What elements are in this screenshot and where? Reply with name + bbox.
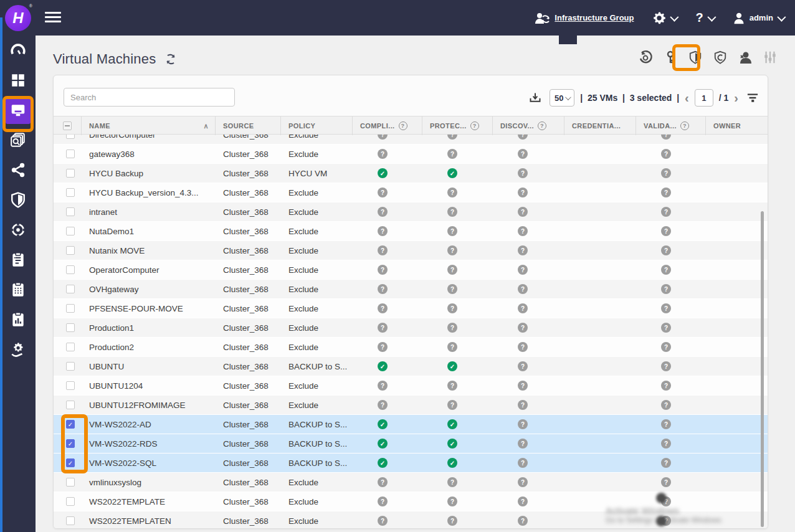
column-header-policy[interactable]: POLICY [281, 116, 353, 135]
column-header-valida[interactable]: VALIDA...? [636, 116, 706, 135]
row-checkbox[interactable] [66, 343, 75, 351]
table-row[interactable]: Production1Cluster_368Exclude???? [54, 318, 768, 338]
table-row[interactable]: gateway368Cluster_368Exclude???? [54, 145, 768, 164]
table-row[interactable]: Nutanix MOVECluster_368Exclude???? [54, 241, 768, 260]
protection-cell: ? [422, 477, 493, 487]
row-checkbox[interactable] [66, 207, 75, 216]
refresh-icon[interactable] [164, 53, 177, 65]
sidebar-item-file-shares[interactable] [0, 125, 36, 155]
row-checkbox[interactable] [66, 265, 75, 274]
status-unknown-icon: ? [378, 323, 388, 333]
compliance-shield-icon[interactable] [713, 50, 728, 65]
table-row[interactable]: HYCU Backup_version_4.3...Cluster_368Exc… [54, 183, 768, 202]
export-download-icon[interactable] [529, 92, 541, 104]
row-checkbox[interactable] [66, 285, 75, 293]
sidebar-item-events[interactable] [0, 275, 36, 305]
table-row[interactable]: OVHgatewayCluster_368Exclude???? [54, 280, 768, 299]
search-input[interactable] [64, 88, 235, 107]
sidebar-item-administration[interactable] [0, 335, 36, 364]
protection-shield-icon[interactable] [688, 50, 703, 65]
column-header-protec[interactable]: PROTEC...? [422, 116, 493, 135]
infrastructure-group-button[interactable]: Infrastructure Group [534, 11, 634, 25]
status-check-icon: ✓ [378, 439, 388, 449]
help-menu-button[interactable]: ? [695, 11, 713, 25]
table-row[interactable]: HYCU BackupCluster_368HYCU VM✓✓?? [54, 164, 768, 183]
discovery-cell: ? [493, 439, 564, 449]
table-row[interactable]: OperatorComputerCluster_368Exclude???? [54, 260, 768, 280]
page-number-input[interactable]: 1 [695, 89, 713, 107]
column-help-icon[interactable]: ? [470, 121, 479, 130]
row-checkbox[interactable] [66, 150, 75, 158]
column-header-discov[interactable]: DISCOV...? [493, 116, 564, 135]
row-checkbox[interactable] [66, 188, 75, 197]
column-header-compli[interactable]: COMPLI...? [353, 116, 422, 135]
row-checkbox[interactable] [66, 401, 75, 409]
row-checkbox[interactable] [66, 458, 75, 467]
column-help-icon[interactable]: ? [399, 121, 407, 130]
table-row[interactable]: Production2Cluster_368Exclude???? [54, 338, 768, 357]
select-all-cell [54, 116, 82, 135]
owner-person-icon[interactable] [738, 50, 753, 65]
table-row[interactable]: VM-WS2022-ADCluster_368BACKUP to S...✓✓?… [54, 415, 768, 434]
column-header-owner[interactable]: OWNER [706, 116, 768, 135]
protection-cell: ? [422, 265, 493, 275]
filter-list-icon[interactable] [746, 92, 759, 103]
hycu-logo[interactable]: H® [5, 5, 31, 31]
row-checkbox[interactable] [66, 439, 75, 448]
sidebar-item-virtual-machines[interactable] [0, 95, 36, 125]
table-row[interactable]: NutaDemo1Cluster_368Exclude???? [54, 222, 768, 241]
column-header-credentia[interactable]: CREDENTIA... [564, 116, 636, 135]
sidebar-item-targets[interactable] [0, 215, 36, 245]
row-checkbox[interactable] [66, 362, 75, 371]
column-header-name[interactable]: NAME∧ [82, 116, 216, 135]
sidebar-item-shares[interactable] [0, 155, 36, 185]
sidebar-item-jobs[interactable] [0, 245, 36, 275]
table-row[interactable]: intranetCluster_368Exclude???? [54, 202, 768, 222]
compliance-cell: ✓ [353, 168, 422, 178]
restore-icon[interactable] [638, 50, 653, 65]
sidebar-item-dashboard[interactable] [0, 36, 36, 65]
vm-policy: Exclude [281, 265, 353, 275]
table-row[interactable]: PFSENSE-POUR-MOVECluster_368Exclude???? [54, 299, 768, 318]
row-checkbox[interactable] [66, 497, 75, 506]
row-checkbox[interactable] [66, 169, 75, 178]
validation-cell: ? [636, 400, 706, 410]
table-row[interactable]: UBUNTU1204Cluster_368Exclude???? [54, 376, 768, 396]
sidebar-item-applications[interactable] [0, 65, 36, 95]
page-size-select[interactable]: 50 [550, 89, 574, 107]
column-help-icon[interactable]: ? [538, 121, 546, 130]
row-checkbox[interactable] [66, 420, 75, 429]
credentials-key-icon[interactable] [663, 50, 678, 65]
table-row[interactable]: UBUNTU12FROMIMAGECluster_368Exclude???? [54, 396, 768, 415]
status-unknown-icon: ? [378, 303, 388, 313]
sidebar-item-policies[interactable] [0, 185, 36, 215]
row-checkbox[interactable] [66, 227, 75, 235]
vertical-scrollbar[interactable] [761, 211, 764, 527]
column-help-icon[interactable]: ? [680, 121, 689, 130]
status-unknown-icon: ? [447, 188, 457, 197]
column-header-source[interactable]: SOURCE [216, 116, 281, 135]
row-checkbox[interactable] [66, 478, 75, 487]
prev-page-icon[interactable]: ‹ [685, 92, 689, 104]
select-all-checkbox[interactable] [63, 121, 72, 130]
table-row[interactable]: VM-WS2022-RDSCluster_368BACKUP to S...✓✓… [54, 434, 768, 454]
status-unknown-icon: ? [447, 245, 457, 255]
status-unknown-icon: ? [518, 207, 528, 217]
vm-policy: Exclude [281, 246, 353, 255]
row-checkbox[interactable] [66, 304, 75, 313]
table-row[interactable]: VM-WS2022-SQLCluster_368BACKUP to S...✓✓… [54, 454, 768, 473]
next-page-icon[interactable]: › [734, 92, 738, 104]
settings-menu-button[interactable] [652, 11, 677, 25]
table-row[interactable]: vmlinuxsyslogCluster_368Exclude???? [54, 473, 768, 492]
hamburger-menu-icon[interactable] [45, 12, 61, 25]
row-checkbox[interactable] [66, 381, 75, 390]
row-checkbox[interactable] [66, 246, 75, 255]
sidebar-item-reports[interactable] [0, 305, 36, 335]
row-checkbox[interactable] [66, 323, 75, 332]
vm-policy: Exclude [281, 150, 353, 159]
status-unknown-icon: ? [518, 361, 528, 371]
row-checkbox[interactable] [66, 516, 75, 525]
table-row[interactable]: UBUNTUCluster_368BACKUP to S...✓✓?? [54, 357, 768, 376]
status-unknown-icon: ? [447, 149, 457, 159]
user-menu-button[interactable]: admin [733, 12, 784, 24]
